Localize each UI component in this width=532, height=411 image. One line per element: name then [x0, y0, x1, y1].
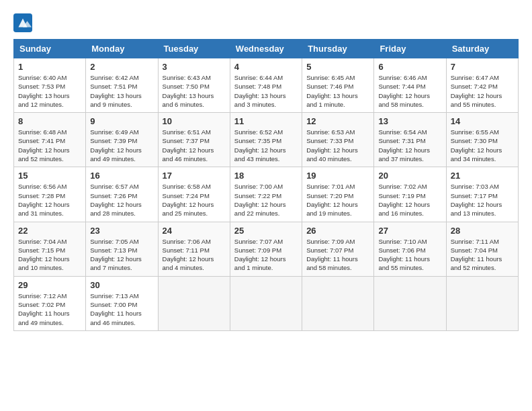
- calendar-cell: 1 Sunrise: 6:40 AM Sunset: 7:53 PM Dayli…: [14, 58, 86, 113]
- day-info: Sunrise: 6:45 AM Sunset: 7:46 PM Dayligh…: [306, 73, 369, 109]
- page-header: [13, 13, 519, 32]
- day-number: 11: [234, 116, 298, 126]
- day-number: 15: [18, 171, 81, 181]
- calendar-cell: 14 Sunrise: 6:55 AM Sunset: 7:30 PM Dayl…: [446, 113, 518, 167]
- day-number: 30: [90, 280, 153, 290]
- day-info: Sunrise: 6:43 AM Sunset: 7:50 PM Dayligh…: [163, 73, 226, 109]
- day-number: 8: [18, 116, 81, 126]
- day-info: Sunrise: 6:42 AM Sunset: 7:51 PM Dayligh…: [90, 73, 153, 109]
- day-info: Sunrise: 6:48 AM Sunset: 7:41 PM Dayligh…: [18, 128, 81, 163]
- day-info: Sunrise: 6:51 AM Sunset: 7:37 PM Dayligh…: [163, 128, 226, 163]
- week-row-5: 29 Sunrise: 7:12 AM Sunset: 7:02 PM Dayl…: [14, 276, 519, 330]
- day-info: Sunrise: 6:56 AM Sunset: 7:28 PM Dayligh…: [18, 182, 81, 218]
- day-header-wednesday: Wednesday: [230, 40, 302, 58]
- logo-icon: [13, 13, 32, 32]
- day-info: Sunrise: 6:46 AM Sunset: 7:44 PM Dayligh…: [378, 73, 441, 109]
- logo: [13, 13, 35, 32]
- calendar-cell: 30 Sunrise: 7:13 AM Sunset: 7:00 PM Dayl…: [86, 276, 158, 330]
- day-header-friday: Friday: [374, 40, 446, 58]
- calendar-cell: 9 Sunrise: 6:49 AM Sunset: 7:39 PM Dayli…: [86, 113, 158, 167]
- day-info: Sunrise: 6:52 AM Sunset: 7:35 PM Dayligh…: [234, 128, 298, 163]
- calendar-cell: 25 Sunrise: 7:07 AM Sunset: 7:09 PM Dayl…: [230, 222, 302, 276]
- day-info: Sunrise: 7:13 AM Sunset: 7:00 PM Dayligh…: [90, 291, 153, 327]
- calendar-cell: 17 Sunrise: 6:58 AM Sunset: 7:24 PM Dayl…: [158, 167, 230, 222]
- calendar-cell: [446, 276, 518, 330]
- day-number: 19: [306, 171, 369, 181]
- day-number: 21: [451, 171, 514, 181]
- calendar-cell: 29 Sunrise: 7:12 AM Sunset: 7:02 PM Dayl…: [14, 276, 86, 330]
- calendar-cell: 26 Sunrise: 7:09 AM Sunset: 7:07 PM Dayl…: [302, 222, 374, 276]
- calendar-cell: [374, 276, 446, 330]
- calendar-cell: 23 Sunrise: 7:05 AM Sunset: 7:13 PM Dayl…: [86, 222, 158, 276]
- day-info: Sunrise: 6:49 AM Sunset: 7:39 PM Dayligh…: [90, 128, 153, 163]
- day-info: Sunrise: 7:03 AM Sunset: 7:17 PM Dayligh…: [451, 182, 514, 218]
- day-header-row: SundayMondayTuesdayWednesdayThursdayFrid…: [14, 40, 519, 58]
- week-row-4: 22 Sunrise: 7:04 AM Sunset: 7:15 PM Dayl…: [14, 222, 519, 276]
- calendar-cell: [230, 276, 302, 330]
- day-info: Sunrise: 7:11 AM Sunset: 7:04 PM Dayligh…: [451, 237, 514, 273]
- day-number: 24: [163, 226, 226, 236]
- day-number: 9: [90, 116, 153, 126]
- day-info: Sunrise: 6:57 AM Sunset: 7:26 PM Dayligh…: [90, 182, 153, 218]
- day-info: Sunrise: 7:12 AM Sunset: 7:02 PM Dayligh…: [18, 291, 81, 327]
- day-number: 10: [163, 116, 226, 126]
- day-info: Sunrise: 6:53 AM Sunset: 7:33 PM Dayligh…: [306, 128, 369, 163]
- calendar-table: SundayMondayTuesdayWednesdayThursdayFrid…: [13, 39, 519, 331]
- day-info: Sunrise: 7:00 AM Sunset: 7:22 PM Dayligh…: [234, 182, 298, 218]
- day-number: 5: [306, 62, 369, 72]
- day-info: Sunrise: 7:06 AM Sunset: 7:11 PM Dayligh…: [163, 237, 226, 273]
- calendar-cell: 13 Sunrise: 6:54 AM Sunset: 7:31 PM Dayl…: [374, 113, 446, 167]
- calendar-cell: 11 Sunrise: 6:52 AM Sunset: 7:35 PM Dayl…: [230, 113, 302, 167]
- day-info: Sunrise: 7:10 AM Sunset: 7:06 PM Dayligh…: [378, 237, 441, 273]
- day-number: 23: [90, 226, 153, 236]
- calendar-cell: 19 Sunrise: 7:01 AM Sunset: 7:20 PM Dayl…: [302, 167, 374, 222]
- calendar-cell: 2 Sunrise: 6:42 AM Sunset: 7:51 PM Dayli…: [86, 58, 158, 113]
- day-header-thursday: Thursday: [302, 40, 374, 58]
- day-info: Sunrise: 7:09 AM Sunset: 7:07 PM Dayligh…: [306, 237, 369, 273]
- calendar-cell: 12 Sunrise: 6:53 AM Sunset: 7:33 PM Dayl…: [302, 113, 374, 167]
- day-number: 14: [451, 116, 514, 126]
- day-number: 22: [18, 226, 81, 236]
- day-info: Sunrise: 6:47 AM Sunset: 7:42 PM Dayligh…: [451, 73, 514, 109]
- day-info: Sunrise: 6:40 AM Sunset: 7:53 PM Dayligh…: [18, 73, 81, 109]
- calendar-cell: 10 Sunrise: 6:51 AM Sunset: 7:37 PM Dayl…: [158, 113, 230, 167]
- calendar-cell: 7 Sunrise: 6:47 AM Sunset: 7:42 PM Dayli…: [446, 58, 518, 113]
- calendar-cell: 8 Sunrise: 6:48 AM Sunset: 7:41 PM Dayli…: [14, 113, 86, 167]
- day-header-tuesday: Tuesday: [158, 40, 230, 58]
- day-number: 6: [378, 62, 441, 72]
- calendar-cell: 3 Sunrise: 6:43 AM Sunset: 7:50 PM Dayli…: [158, 58, 230, 113]
- day-info: Sunrise: 6:58 AM Sunset: 7:24 PM Dayligh…: [163, 182, 226, 218]
- calendar-cell: 20 Sunrise: 7:02 AM Sunset: 7:19 PM Dayl…: [374, 167, 446, 222]
- day-number: 3: [163, 62, 226, 72]
- day-number: 7: [451, 62, 514, 72]
- calendar-cell: 24 Sunrise: 7:06 AM Sunset: 7:11 PM Dayl…: [158, 222, 230, 276]
- calendar-cell: 27 Sunrise: 7:10 AM Sunset: 7:06 PM Dayl…: [374, 222, 446, 276]
- day-info: Sunrise: 6:44 AM Sunset: 7:48 PM Dayligh…: [234, 73, 298, 109]
- day-number: 18: [234, 171, 298, 181]
- calendar-cell: 22 Sunrise: 7:04 AM Sunset: 7:15 PM Dayl…: [14, 222, 86, 276]
- day-info: Sunrise: 7:01 AM Sunset: 7:20 PM Dayligh…: [306, 182, 369, 218]
- day-number: 17: [163, 171, 226, 181]
- day-number: 27: [378, 226, 441, 236]
- calendar-cell: 15 Sunrise: 6:56 AM Sunset: 7:28 PM Dayl…: [14, 167, 86, 222]
- day-number: 2: [90, 62, 153, 72]
- week-row-1: 1 Sunrise: 6:40 AM Sunset: 7:53 PM Dayli…: [14, 58, 519, 113]
- day-header-sunday: Sunday: [14, 40, 86, 58]
- day-number: 13: [378, 116, 441, 126]
- day-info: Sunrise: 7:02 AM Sunset: 7:19 PM Dayligh…: [378, 182, 441, 218]
- day-number: 29: [18, 280, 81, 290]
- calendar-cell: 4 Sunrise: 6:44 AM Sunset: 7:48 PM Dayli…: [230, 58, 302, 113]
- calendar-cell: 21 Sunrise: 7:03 AM Sunset: 7:17 PM Dayl…: [446, 167, 518, 222]
- calendar-cell: 28 Sunrise: 7:11 AM Sunset: 7:04 PM Dayl…: [446, 222, 518, 276]
- calendar-cell: [302, 276, 374, 330]
- week-row-2: 8 Sunrise: 6:48 AM Sunset: 7:41 PM Dayli…: [14, 113, 519, 167]
- calendar-cell: 5 Sunrise: 6:45 AM Sunset: 7:46 PM Dayli…: [302, 58, 374, 113]
- calendar-cell: [158, 276, 230, 330]
- day-number: 16: [90, 171, 153, 181]
- day-number: 26: [306, 226, 369, 236]
- day-info: Sunrise: 6:54 AM Sunset: 7:31 PM Dayligh…: [378, 128, 441, 163]
- day-info: Sunrise: 7:04 AM Sunset: 7:15 PM Dayligh…: [18, 237, 81, 273]
- day-info: Sunrise: 6:55 AM Sunset: 7:30 PM Dayligh…: [451, 128, 514, 163]
- calendar-cell: 18 Sunrise: 7:00 AM Sunset: 7:22 PM Dayl…: [230, 167, 302, 222]
- day-header-monday: Monday: [86, 40, 158, 58]
